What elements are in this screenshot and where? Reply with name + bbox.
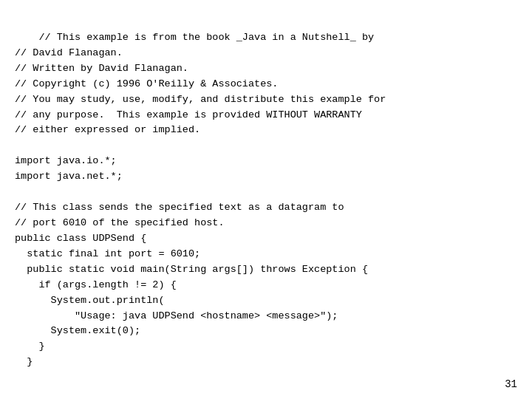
code-line-9: import java.io.*; [15,155,117,166]
page-number: 31 [505,378,517,390]
code-line-10: import java.net.*; [15,171,123,182]
code-line-21: } [15,341,45,352]
code-line-5: // You may study, use, modify, and distr… [15,94,386,105]
code-line-19: "Usage: java UDPSend <hostname> <message… [15,310,338,321]
code-line-13: // port 6010 of the specified host. [15,217,225,228]
code-line-6: // any purpose. This example is provided… [15,109,362,120]
code-line-14: public class UDPSend { [15,233,146,244]
code-line-18: System.out.println( [15,295,165,306]
code-line-1: // This example is from the book _Java i… [38,32,374,43]
code-line-7: // either expressed or implied. [15,124,200,135]
code-line-3: // Written by David Flanagan. [15,63,188,74]
code-line-16: public static void main(String args[]) t… [15,264,368,275]
code-line-15: static final int port = 6010; [15,248,200,259]
code-line-2: // David Flanagan. [15,47,123,58]
code-line-4: // Copyright (c) 1996 O'Reilly & Associa… [15,78,278,89]
page-container: // This example is from the book _Java i… [0,0,532,399]
code-content: // This example is from the book _Java i… [15,15,517,386]
code-line-12: // This class sends the specified text a… [15,202,344,213]
code-line-20: System.exit(0); [15,325,140,336]
code-line-22: } [15,356,33,367]
code-line-17: if (args.length != 2) { [15,279,177,290]
